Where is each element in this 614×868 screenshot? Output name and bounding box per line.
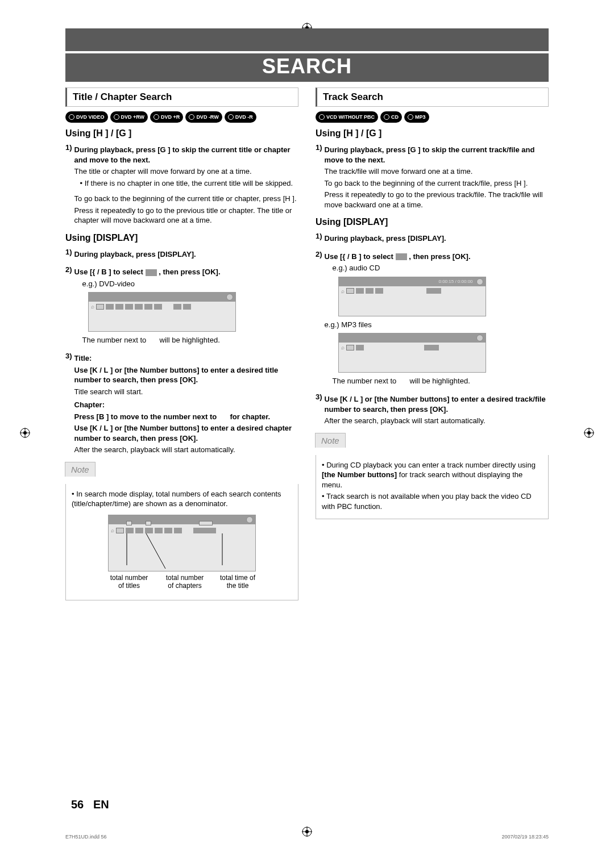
registration-mark-left (20, 428, 30, 440)
search-slot-icon (396, 253, 407, 260)
using-display-heading-right: Using [DISPLAY] (316, 217, 549, 227)
right-step-1: 1) During playback, press [G ] to skip t… (316, 143, 549, 211)
page-title: SEARCH (65, 53, 549, 82)
pointer-lines (109, 532, 256, 572)
search-slot-icon (146, 269, 157, 276)
disc-badges-right: VCD WITHOUT PBC CD MP3 (316, 111, 549, 123)
osd-display-dvd: ⌕ (88, 292, 236, 332)
registration-mark-right (584, 428, 594, 440)
right-dstep-3: 3) Use [K / L ] or [the Number buttons] … (316, 393, 549, 428)
timecode: 0:00:15 / 0:00:00 (439, 279, 473, 284)
using-skip-heading-right: Using [H ] / [G ] (316, 128, 549, 139)
left-dstep-3: 3) Title: Use [K / L ] or [the Number bu… (65, 352, 298, 457)
badge-dvd-video: DVD VIDEO (65, 111, 108, 123)
osd-display-diagram: ⌕ (108, 515, 256, 571)
track-search-heading: Track Search (316, 87, 549, 107)
using-skip-heading-left: Using [H ] / [G ] (65, 128, 298, 139)
label-total-titles: total number of titles (106, 574, 152, 590)
osd-display-cd: 0:00:15 / 0:00:00 ⌕ (338, 277, 486, 316)
badge-dvd-plus-rw: DVD +RW (110, 111, 148, 123)
using-display-heading-left: Using [DISPLAY] (65, 233, 298, 243)
note-left: Note • In search mode display, total num… (65, 461, 298, 600)
note-right: Note • During CD playback you can enter … (316, 432, 549, 520)
print-metadata: E7H51UD.indd 56 2007/02/19 18:23:45 (65, 834, 549, 840)
svg-line-13 (146, 533, 165, 569)
label-total-chapters: total number of chapters (162, 574, 208, 590)
left-dstep-1: 1) During playback, press [DISPLAY]. (65, 248, 298, 261)
badge-cd: CD (380, 111, 402, 123)
right-dstep-1: 1) During playback, press [DISPLAY]. (316, 232, 549, 245)
right-column: Track Search VCD WITHOUT PBC CD MP3 Usin… (316, 87, 549, 608)
badge-dvd-minus-r: DVD -R (225, 111, 256, 123)
badge-dvd-minus-rw: DVD -RW (185, 111, 222, 123)
badge-mp3: MP3 (404, 111, 429, 123)
label-total-time: total time of the title (218, 574, 258, 590)
osd-display-mp3: ⌕ (338, 333, 486, 373)
disc-badges-left: DVD VIDEO DVD +RW DVD +R DVD -RW DVD -R (65, 111, 298, 123)
badge-vcd: VCD WITHOUT PBC (316, 111, 378, 123)
top-bar (65, 28, 549, 51)
manual-page: SEARCH Title / Chapter Search DVD VIDEO … (0, 0, 614, 868)
left-step-1: 1) During playback, press [G ] to skip t… (65, 143, 298, 227)
left-dstep-2: 2) Use [{ / B ] to select , then press [… (65, 265, 298, 347)
two-column-layout: Title / Chapter Search DVD VIDEO DVD +RW… (65, 87, 549, 608)
title-chapter-heading: Title / Chapter Search (65, 87, 298, 107)
page-footer: 56 EN (71, 798, 109, 811)
right-dstep-2: 2) Use [{ / B ] to select , then press [… (316, 250, 549, 388)
left-column: Title / Chapter Search DVD VIDEO DVD +RW… (65, 87, 298, 608)
badge-dvd-plus-r: DVD +R (150, 111, 183, 123)
